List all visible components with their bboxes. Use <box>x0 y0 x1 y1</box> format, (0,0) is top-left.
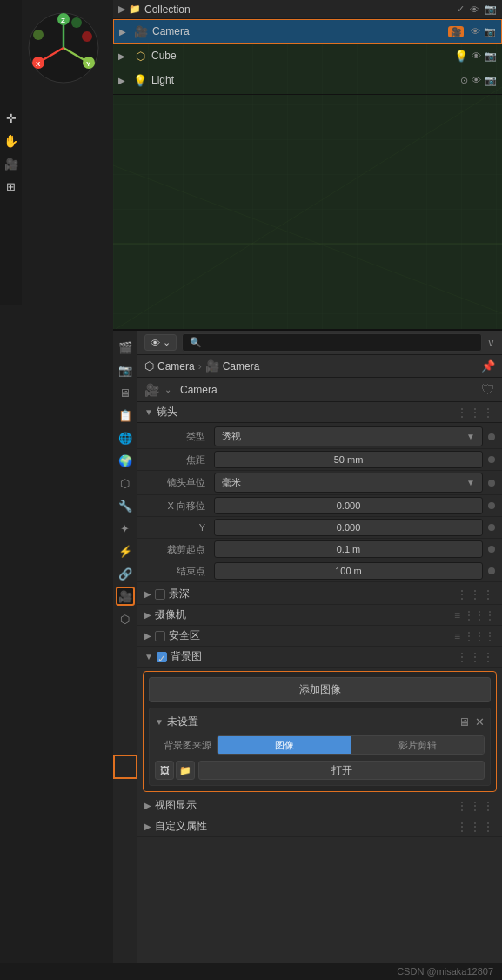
modifier-props-btn[interactable]: 🔧 <box>116 496 135 515</box>
bg-checkbox[interactable]: ✓ <box>157 652 167 662</box>
scene-props-btn[interactable]: 🎬 <box>116 338 135 357</box>
lens-type-value[interactable]: 透视 ▼ <box>214 426 483 446</box>
collection-camera-icon[interactable]: 📷 <box>485 3 497 15</box>
bg-close-icon[interactable]: ✕ <box>475 715 485 728</box>
status-text: CSDN @misaka12807 <box>397 966 493 977</box>
clip-end-dot[interactable] <box>488 567 495 574</box>
scene2-props-btn[interactable]: 🌐 <box>116 428 135 447</box>
bg-label: 背景图 <box>171 649 456 664</box>
objectdata-props-btn[interactable]: 🎥 <box>116 587 135 606</box>
cube-render-icon[interactable]: 📷 <box>485 50 497 62</box>
shift-y-label: Y <box>144 522 214 533</box>
shift-x-dot[interactable] <box>488 502 495 509</box>
lens-unit-row: 镜头单位 毫米 ▼ <box>137 471 502 495</box>
collection-check-icon: ✓ <box>457 3 465 15</box>
output-props-btn[interactable]: 🖥 <box>116 383 135 402</box>
lens-type-label: 类型 <box>144 430 214 443</box>
shift-y-value[interactable]: 0.000 <box>214 519 483 536</box>
light-render-icon[interactable]: 📷 <box>485 75 497 86</box>
camera-tool[interactable]: 🎥 <box>3 155 20 172</box>
view-dropdown[interactable]: 👁⌄ <box>144 334 177 351</box>
collection-header[interactable]: ▶ 📁 Collection ✓ 👁 📷 <box>113 0 502 19</box>
safeareas-menu[interactable]: ⋮⋮⋮ <box>464 630 495 642</box>
bg-source-clip-tab[interactable]: 影片剪辑 <box>351 736 484 754</box>
shift-y-dot[interactable] <box>488 524 495 531</box>
camera-item-label: Camera <box>152 25 448 37</box>
background-section-header[interactable]: ▼ ✓ 背景图 ⋮⋮⋮ <box>137 647 502 668</box>
focal-value[interactable]: 50 mm <box>214 451 483 468</box>
focal-dot[interactable] <box>488 456 495 463</box>
outliner-item-camera[interactable]: ▶ 🎥 Camera 🎥 👁 📷 <box>113 19 502 44</box>
safeareas-checkbox[interactable] <box>155 631 165 641</box>
outliner-item-light[interactable]: ▶ 💡 Light ⊙ 👁 📷 <box>113 68 502 92</box>
bg-menu[interactable]: ⋮⋮⋮ <box>456 650 495 664</box>
vd-menu[interactable]: ⋮⋮⋮ <box>456 799 495 813</box>
dof-section-header[interactable]: ▶ 景深 ⋮⋮⋮ <box>137 584 502 605</box>
clip-start-value[interactable]: 0.1 m <box>214 540 483 558</box>
safeareas-section-header[interactable]: ▶ 安全区 ≡ ⋮⋮⋮ <box>137 626 502 647</box>
bg-source-image-tab[interactable]: 图像 <box>218 736 351 754</box>
clip-end-value[interactable]: 100 m <box>214 562 483 580</box>
pin-icon[interactable]: 📌 <box>481 359 495 373</box>
unit-dot[interactable] <box>488 480 495 487</box>
constraints-props-btn[interactable]: 🔗 <box>116 564 135 583</box>
cursor-tool[interactable]: ✛ <box>3 110 20 127</box>
bg-image-type-btn[interactable]: 🖼 <box>155 761 174 780</box>
light-item-label: Light <box>151 74 460 86</box>
bg-screen-icon[interactable]: 🖥 <box>458 715 470 728</box>
camera-menu-icon[interactable]: ⋮⋮⋮ <box>464 609 495 621</box>
obj-name-label[interactable]: Camera <box>177 384 476 396</box>
move-tool[interactable]: ✋ <box>3 132 20 150</box>
safeareas-list-icon[interactable]: ≡ <box>454 630 460 642</box>
lens-label: 镜头 <box>157 405 456 420</box>
clip-start-row: 裁剪起点 0.1 m <box>137 539 502 560</box>
camera-section-header[interactable]: ▶ 摄像机 ≡ ⋮⋮⋮ <box>137 605 502 626</box>
clip-start-dot[interactable] <box>488 546 495 553</box>
light-eye-icon[interactable]: 👁 <box>472 75 481 85</box>
object-props-btn[interactable]: ⬡ <box>116 473 135 493</box>
cp-menu[interactable]: ⋮⋮⋮ <box>456 820 495 834</box>
shift-x-value[interactable]: 0.000 <box>214 497 483 514</box>
shield-icon[interactable]: 🛡 <box>481 382 495 398</box>
breadcrumb-item1[interactable]: Camera <box>157 360 195 373</box>
lens-type-dot[interactable] <box>488 433 495 440</box>
particles-props-btn[interactable]: ✦ <box>116 519 135 538</box>
unit-value[interactable]: 毫米 ▼ <box>214 473 483 493</box>
grid-tool[interactable]: ⊞ <box>3 178 20 195</box>
shift-x-row: X 向移位 0.000 <box>137 495 502 517</box>
render-props-btn[interactable]: 📷 <box>116 360 135 379</box>
obj-type-dropdown[interactable]: ⌄ <box>164 385 171 394</box>
gizmo-area: Z X Y <box>24 9 107 91</box>
focal-length-row: 焦距 50 mm <box>137 449 502 471</box>
navigation-gizmo[interactable]: Z X Y <box>24 9 103 87</box>
viewportdisplay-section-header[interactable]: ▶ 视图显示 ⋮⋮⋮ <box>137 795 502 816</box>
expand-panel-btn[interactable]: ∨ <box>487 337 495 349</box>
add-image-btn[interactable]: 添加图像 <box>149 677 491 702</box>
collection-eye-icon[interactable]: 👁 <box>470 4 479 15</box>
outliner-item-cube[interactable]: ▶ ⬡ Cube 💡 👁 📷 <box>113 44 502 68</box>
bg-item-arrow: ▼ <box>155 717 164 727</box>
lens-content: 类型 透视 ▼ 焦距 50 mm 镜头单位 毫米 ▼ X 向移位 <box>137 423 502 584</box>
physics-props-btn[interactable]: ⚡ <box>116 541 135 560</box>
bg-source-row: 背景图来源 图像 影片剪辑 <box>155 735 485 755</box>
dof-menu[interactable]: ⋮⋮⋮ <box>456 587 495 601</box>
object-name-row: 🎥 ⌄ Camera 🛡 <box>137 378 502 402</box>
camera-eye-icon[interactable]: 👁 <box>471 26 480 37</box>
bg-folder-btn[interactable]: 📁 <box>176 761 195 780</box>
bg-open-file-btn[interactable]: 打开 <box>198 761 485 780</box>
lens-menu[interactable]: ⋮⋮⋮ <box>456 406 495 420</box>
svg-text:Y: Y <box>86 60 91 68</box>
camera-render-icon[interactable]: 📷 <box>484 26 496 37</box>
cube-eye-icon[interactable]: 👁 <box>472 50 481 61</box>
customprops-section-header[interactable]: ▶ 自定义属性 ⋮⋮⋮ <box>137 816 502 837</box>
camera-section-label: 摄像机 <box>155 607 454 622</box>
material-props-btn[interactable]: ⬡ <box>116 609 135 628</box>
dof-checkbox[interactable] <box>155 589 165 600</box>
viewlayer-props-btn[interactable]: 📋 <box>116 406 135 425</box>
camera-list-icon[interactable]: ≡ <box>454 609 460 621</box>
breadcrumb-item2[interactable]: Camera <box>223 360 260 373</box>
panel-separator <box>113 329 502 331</box>
lens-section-header[interactable]: ▼ 镜头 ⋮⋮⋮ <box>137 402 502 423</box>
search-field[interactable]: 🔍 <box>182 333 482 352</box>
world-props-btn[interactable]: 🌍 <box>116 451 135 470</box>
